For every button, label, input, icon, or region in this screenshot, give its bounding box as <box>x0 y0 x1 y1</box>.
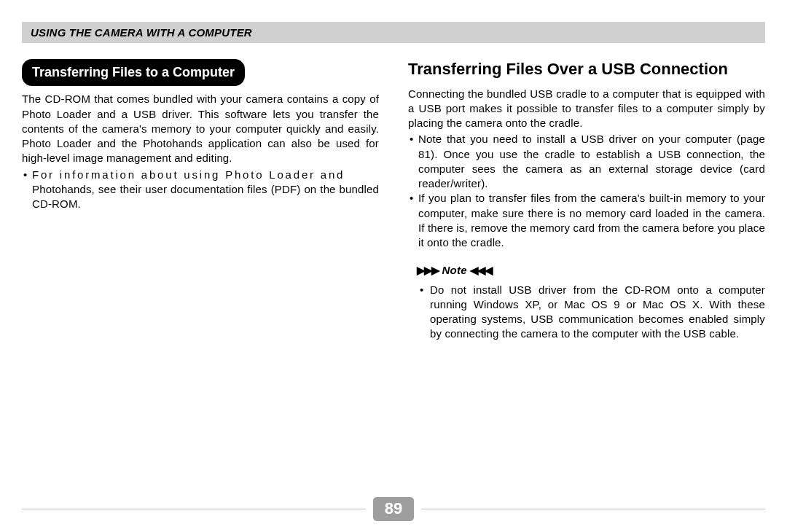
note-deco-left-icon: ▶▶▶ <box>417 264 439 276</box>
right-heading: Transferring Files Over a USB Connection <box>408 59 765 79</box>
section-header-text: USING THE CAMERA WITH A COMPUTER <box>31 26 252 39</box>
page-number: 89 <box>385 499 402 517</box>
note-bullet: Do not install USB driver from the CD-RO… <box>408 283 765 342</box>
left-column: Transferring Files to a Computer The CD-… <box>22 59 379 490</box>
right-bullet-1: Note that you need to install a USB driv… <box>408 132 765 191</box>
note-label-text: Note <box>442 264 467 276</box>
right-bullet-2: If you plan to transfer files from the c… <box>408 191 765 250</box>
right-paragraph: Connecting the bundled USB cradle to a c… <box>408 87 765 131</box>
left-bullet-line1: For information about using Photo Loader… <box>22 168 379 182</box>
footer-rule-right <box>421 509 765 509</box>
note-label: ▶▶▶ Note ◀◀◀ <box>417 263 765 278</box>
content-area: Transferring Files to a Computer The CD-… <box>22 59 765 490</box>
left-paragraph: The CD-ROM that comes bundled with your … <box>22 92 379 165</box>
left-heading: Transferring Files to a Computer <box>22 59 245 86</box>
left-bullet-line2: Photohands, see their user documentation… <box>22 182 379 212</box>
page-number-badge: 89 <box>373 497 414 521</box>
page-footer: 89 <box>22 497 765 521</box>
right-column: Transferring Files Over a USB Connection… <box>408 59 765 490</box>
left-heading-text: Transferring Files to a Computer <box>32 65 235 79</box>
section-header: USING THE CAMERA WITH A COMPUTER <box>22 22 765 43</box>
footer-rule-left <box>22 509 366 509</box>
note-deco-right-icon: ◀◀◀ <box>470 264 492 276</box>
